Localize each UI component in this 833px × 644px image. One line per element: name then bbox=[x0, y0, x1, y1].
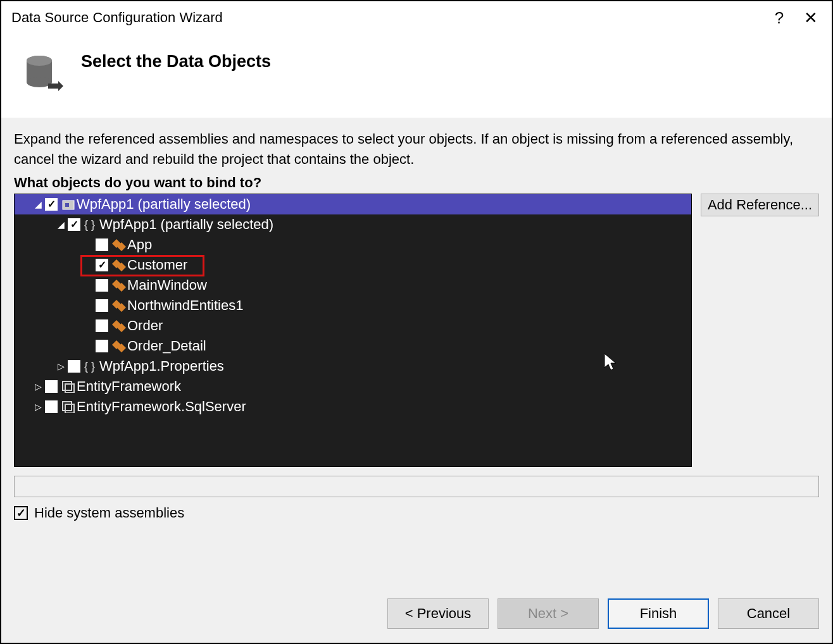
checkbox[interactable] bbox=[96, 238, 108, 251]
instructions-text: Expand the referenced assemblies and nam… bbox=[14, 129, 819, 170]
namespace-icon: { } bbox=[83, 359, 99, 373]
tree-row-assembly[interactable]: ▷ EntityFramework.SqlServer bbox=[15, 397, 691, 417]
class-icon bbox=[111, 299, 127, 313]
tree-row-root[interactable]: ◢ ✓ WpfApp1 (partially selected) bbox=[15, 194, 691, 214]
tree-label: NorthwindEntities1 bbox=[127, 297, 243, 314]
wizard-footer: < Previous Next > Finish Cancel bbox=[1, 579, 832, 643]
previous-button[interactable]: < Previous bbox=[387, 598, 489, 629]
checkbox[interactable] bbox=[45, 400, 58, 413]
hide-system-assemblies-label: Hide system assemblies bbox=[34, 505, 184, 521]
checkbox[interactable]: ✓ bbox=[68, 218, 80, 231]
checkbox[interactable]: ✓ bbox=[96, 259, 108, 271]
title-bar: Data Source Configuration Wizard ? ✕ bbox=[1, 1, 832, 32]
svg-text:{ }: { } bbox=[84, 218, 95, 231]
svg-rect-20 bbox=[63, 381, 72, 390]
project-icon bbox=[60, 197, 77, 211]
database-icon bbox=[22, 51, 66, 95]
tree-label: App bbox=[127, 237, 152, 253]
prompt-label: What objects do you want to bind to? bbox=[14, 175, 819, 191]
tree-row-assembly[interactable]: ▷ EntityFramework bbox=[15, 376, 691, 397]
add-reference-button[interactable]: Add Reference... bbox=[701, 194, 819, 216]
tree-label: Order bbox=[127, 318, 163, 334]
tree-label: WpfApp1 (partially selected) bbox=[99, 216, 273, 233]
checkbox[interactable] bbox=[96, 299, 108, 312]
tree-row-namespace[interactable]: ◢ ✓ { } WpfApp1 (partially selected) bbox=[15, 214, 691, 235]
tree-label: MainWindow bbox=[127, 277, 207, 294]
cancel-button[interactable]: Cancel bbox=[718, 598, 819, 629]
status-bar bbox=[14, 476, 819, 497]
finish-button[interactable]: Finish bbox=[608, 598, 709, 629]
checkbox[interactable]: ✓ bbox=[14, 506, 28, 520]
object-tree[interactable]: ◢ ✓ WpfApp1 (partially selected) ◢ ✓ { }… bbox=[14, 194, 692, 467]
assembly-icon bbox=[60, 400, 77, 414]
close-button[interactable]: ✕ bbox=[795, 5, 827, 30]
tree-row-class[interactable]: ▷ Order_Detail bbox=[15, 336, 691, 356]
help-button[interactable]: ? bbox=[763, 5, 795, 30]
class-icon bbox=[111, 319, 127, 333]
svg-point-3 bbox=[27, 56, 52, 66]
tree-row-namespace[interactable]: ▷ { } WpfApp1.Properties bbox=[15, 356, 691, 376]
namespace-icon: { } bbox=[83, 218, 99, 232]
expand-icon[interactable]: ▷ bbox=[55, 361, 66, 371]
tree-row-class[interactable]: ▷ MainWindow bbox=[15, 275, 691, 295]
window-title: Data Source Configuration Wizard bbox=[11, 9, 763, 26]
class-icon bbox=[111, 238, 127, 252]
checkbox[interactable] bbox=[96, 340, 108, 352]
expand-icon[interactable]: ◢ bbox=[55, 220, 66, 230]
class-icon bbox=[111, 258, 127, 272]
svg-rect-21 bbox=[65, 384, 74, 393]
checkbox[interactable] bbox=[96, 279, 108, 292]
svg-rect-23 bbox=[65, 404, 74, 413]
checkbox[interactable] bbox=[96, 319, 108, 332]
checkbox[interactable] bbox=[68, 360, 80, 373]
wizard-body: Expand the referenced assemblies and nam… bbox=[1, 118, 832, 579]
checkbox[interactable] bbox=[45, 380, 58, 393]
hide-system-assemblies-checkbox[interactable]: ✓ Hide system assemblies bbox=[14, 505, 819, 521]
svg-rect-22 bbox=[63, 402, 72, 411]
tree-label: Order_Detail bbox=[127, 338, 206, 354]
tree-row-class-customer[interactable]: ▷ ✓ Customer bbox=[15, 255, 691, 275]
svg-rect-5 bbox=[65, 203, 69, 207]
expand-icon[interactable]: ◢ bbox=[32, 199, 44, 209]
page-title: Select the Data Objects bbox=[81, 51, 271, 71]
expand-icon[interactable]: ▷ bbox=[32, 381, 44, 392]
tree-label: WpfApp1.Properties bbox=[99, 358, 224, 375]
tree-row-class[interactable]: ▷ NorthwindEntities1 bbox=[15, 295, 691, 316]
checkbox[interactable]: ✓ bbox=[45, 198, 58, 211]
tree-row-class[interactable]: ▷ Order bbox=[15, 316, 691, 336]
expand-icon[interactable]: ▷ bbox=[32, 402, 44, 412]
tree-label: EntityFramework bbox=[77, 378, 181, 395]
svg-text:{ }: { } bbox=[84, 360, 95, 373]
class-icon bbox=[111, 278, 127, 292]
tree-label: Customer bbox=[127, 257, 187, 273]
tree-row-class[interactable]: ▷ App bbox=[15, 235, 691, 255]
wizard-header: Select the Data Objects bbox=[1, 32, 832, 118]
tree-label: WpfApp1 (partially selected) bbox=[77, 196, 251, 213]
assembly-icon bbox=[60, 380, 77, 393]
class-icon bbox=[111, 339, 127, 353]
next-button: Next > bbox=[498, 598, 599, 629]
tree-label: EntityFramework.SqlServer bbox=[77, 399, 246, 415]
